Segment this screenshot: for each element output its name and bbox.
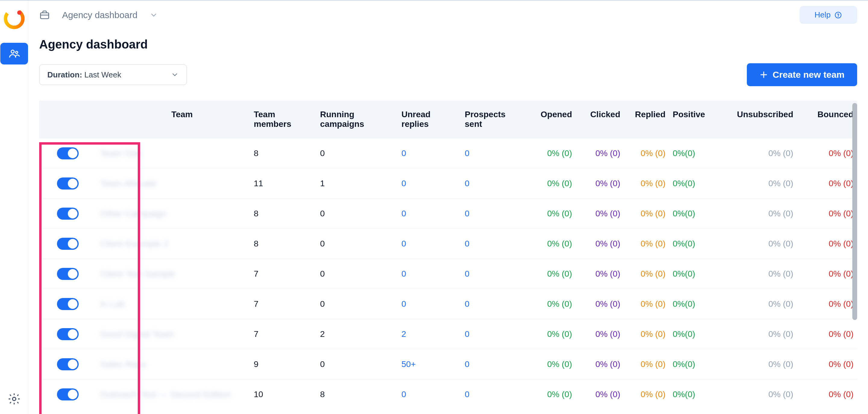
cell-members: 7 xyxy=(250,299,316,309)
cell-replied: 0% (0) xyxy=(624,329,669,339)
cell-unread[interactable]: 0 xyxy=(398,269,461,279)
cell-unsubscribed: 0% (0) xyxy=(724,209,797,218)
svg-point-2 xyxy=(11,50,14,53)
cell-prospects[interactable]: 0 xyxy=(461,299,527,309)
cell-running: 1 xyxy=(316,179,398,188)
cell-clicked: 0% (0) xyxy=(576,269,624,279)
team-name[interactable]: Client Test Sample xyxy=(100,269,176,279)
col-bounced[interactable]: Bounced xyxy=(797,110,857,129)
team-name[interactable]: Team Allocate xyxy=(100,179,156,188)
cell-running: 8 xyxy=(316,390,398,399)
cell-replied: 0% (0) xyxy=(624,209,669,218)
cell-bounced: 0% (0) xyxy=(797,209,857,218)
cell-prospects[interactable]: 0 xyxy=(461,269,527,279)
cell-members: 7 xyxy=(250,329,316,339)
row-toggle[interactable] xyxy=(57,358,79,370)
help-button[interactable]: Help xyxy=(800,6,857,24)
team-name[interactable]: Good Digital Team xyxy=(100,329,174,339)
cell-clicked: 0% (0) xyxy=(576,149,624,158)
cell-opened: 0% (0) xyxy=(527,269,576,279)
duration-select[interactable]: Duration: Last Week xyxy=(39,64,187,85)
duration-value: Last Week xyxy=(84,70,121,79)
col-team[interactable]: Team xyxy=(96,110,250,129)
cell-unread[interactable]: 50+ xyxy=(398,359,461,369)
team-name[interactable]: Other Campaign xyxy=(100,209,166,218)
help-circle-icon xyxy=(834,11,842,19)
cell-bounced: 0% (0) xyxy=(797,390,857,399)
cell-opened: 0% (0) xyxy=(527,179,576,188)
vertical-scrollbar[interactable] xyxy=(852,103,857,320)
cell-clicked: 0% (0) xyxy=(576,390,624,399)
cell-replied: 0% (0) xyxy=(624,269,669,279)
cell-unread[interactable]: 2 xyxy=(398,329,461,339)
cell-prospects[interactable]: 0 xyxy=(461,179,527,188)
row-toggle[interactable] xyxy=(57,178,79,190)
cell-unsubscribed: 0% (0) xyxy=(724,329,797,339)
col-unread[interactable]: Unread replies xyxy=(398,110,461,129)
cell-prospects[interactable]: 0 xyxy=(461,390,527,399)
col-positive[interactable]: Positive xyxy=(669,110,717,129)
cell-opened: 0% (0) xyxy=(527,329,576,339)
svg-point-1 xyxy=(17,10,22,15)
col-opened[interactable]: Opened xyxy=(527,110,576,129)
cell-unread[interactable]: 0 xyxy=(398,390,461,399)
cell-clicked: 0% (0) xyxy=(576,209,624,218)
col-replied[interactable]: Replied xyxy=(624,110,669,129)
chevron-down-icon xyxy=(150,11,158,19)
cell-clicked: 0% (0) xyxy=(576,359,624,369)
controls-row: Duration: Last Week Create new team xyxy=(39,63,857,86)
row-toggle[interactable] xyxy=(57,208,79,220)
col-unsubscribed[interactable]: Unsubscribed xyxy=(724,110,797,129)
cell-clicked: 0% (0) xyxy=(576,329,624,339)
cell-prospects[interactable]: 0 xyxy=(461,149,527,158)
team-name[interactable]: Client Example 2 xyxy=(100,238,168,249)
row-toggle[interactable] xyxy=(57,238,79,250)
table-row: Outreach Test — Second Edition 10 8 0 0 … xyxy=(39,379,857,409)
cell-prospects[interactable]: 0 xyxy=(461,359,527,369)
create-team-button[interactable]: Create new team xyxy=(747,63,857,86)
col-prospects[interactable]: Prospects sent xyxy=(461,110,527,129)
settings-button[interactable] xyxy=(6,391,22,407)
cell-opened: 0% (0) xyxy=(527,239,576,249)
cell-clicked: 0% (0) xyxy=(576,239,624,249)
cell-positive: 0%(0) xyxy=(669,149,717,158)
cell-unsubscribed: 0% (0) xyxy=(724,239,797,249)
cell-unread[interactable]: 0 xyxy=(398,179,461,188)
cell-unsubscribed: 0% (0) xyxy=(724,149,797,158)
cell-replied: 0% (0) xyxy=(624,239,669,249)
cell-replied: 0% (0) xyxy=(624,149,669,158)
row-toggle[interactable] xyxy=(57,147,79,159)
svg-point-0 xyxy=(3,8,25,30)
cell-opened: 0% (0) xyxy=(527,359,576,369)
cell-prospects[interactable]: 0 xyxy=(461,209,527,218)
cell-replied: 0% (0) xyxy=(624,179,669,188)
team-name[interactable]: Outreach Test — Second Edition xyxy=(100,389,231,399)
cell-unsubscribed: 0% (0) xyxy=(724,269,797,279)
cell-unread[interactable]: 0 xyxy=(398,149,461,158)
sidebar-item-teams[interactable] xyxy=(0,43,28,64)
table-row: Good Digital Team 7 2 2 0 0% (0) 0% (0) … xyxy=(39,319,857,349)
cell-unsubscribed: 0% (0) xyxy=(724,299,797,309)
cell-prospects[interactable]: 0 xyxy=(461,239,527,249)
cell-positive: 0%(0) xyxy=(669,179,717,188)
teams-table: Team Team members Running campaigns Unre… xyxy=(39,101,857,409)
cell-clicked: 0% (0) xyxy=(576,179,624,188)
cell-bounced: 0% (0) xyxy=(797,359,857,369)
team-name[interactable]: In Lab xyxy=(100,299,125,309)
row-toggle[interactable] xyxy=(57,328,79,340)
col-running[interactable]: Running campaigns xyxy=(316,110,398,129)
cell-unread[interactable]: 0 xyxy=(398,209,461,218)
col-clicked[interactable]: Clicked xyxy=(576,110,624,129)
cell-unread[interactable]: 0 xyxy=(398,239,461,249)
row-toggle[interactable] xyxy=(57,268,79,280)
cell-prospects[interactable]: 0 xyxy=(461,329,527,339)
col-members[interactable]: Team members xyxy=(250,110,316,129)
chevron-down-icon xyxy=(171,71,179,78)
team-name[interactable]: Team One xyxy=(100,148,142,158)
team-name[interactable]: Sales Reps xyxy=(100,359,146,369)
row-toggle[interactable] xyxy=(57,298,79,310)
cell-unread[interactable]: 0 xyxy=(398,299,461,309)
breadcrumb[interactable]: Agency dashboard xyxy=(39,10,158,21)
table-row: Client Example 2 8 0 0 0 0% (0) 0% (0) 0… xyxy=(39,228,857,258)
row-toggle[interactable] xyxy=(57,388,79,401)
